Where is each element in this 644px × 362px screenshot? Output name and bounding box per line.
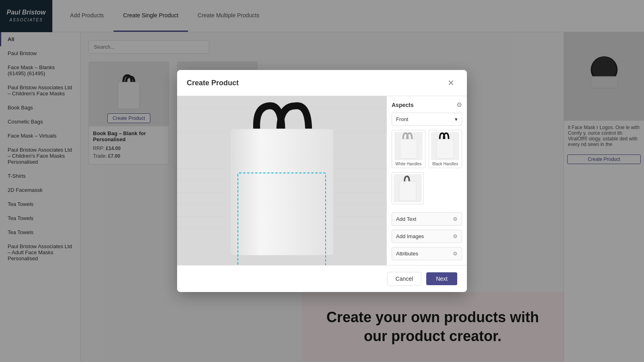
add-images-icon: ⚙ [453, 233, 458, 239]
next-button[interactable]: Next [426, 272, 457, 285]
thumb-white-label: White Handles [395, 162, 421, 166]
attributes-icon: ⚙ [453, 251, 458, 257]
cancel-button[interactable]: Cancel [387, 272, 422, 286]
svg-rect-9 [437, 139, 454, 158]
modal-body: Aspects ⚙ Front ▾ [177, 96, 467, 265]
svg-rect-8 [400, 139, 417, 158]
aspect-dropdown[interactable]: Front ▾ [392, 113, 462, 126]
modal-preview [177, 96, 386, 265]
thumb-black-img [431, 132, 459, 160]
modal-footer: Cancel Next [177, 265, 467, 292]
chevron-down-icon: ▾ [455, 116, 458, 122]
modal-title: Create Product [187, 79, 239, 87]
modal: Create Product ✕ [177, 70, 467, 292]
aspect-thumb-third[interactable] [392, 172, 424, 204]
svg-rect-10 [399, 181, 416, 201]
modal-aspects-panel: Aspects ⚙ Front ▾ [386, 96, 467, 265]
thumb-third-img [394, 174, 422, 202]
add-text-button[interactable]: Add Text ⚙ [392, 212, 462, 226]
aspect-thumb-white-handles[interactable]: White Handles [392, 130, 425, 168]
add-text-icon: ⚙ [453, 216, 458, 222]
aspect-thumb-black-handles[interactable]: Black Handles [429, 130, 462, 168]
attributes-button[interactable]: Attributes ⚙ [392, 247, 462, 260]
aspects-grid: White Handles Black Handles [392, 130, 462, 168]
modal-header: Create Product ✕ [177, 70, 467, 96]
aspects-gear-icon[interactable]: ⚙ [456, 101, 462, 109]
modal-close-button[interactable]: ✕ [444, 76, 457, 89]
thumb-white-img [394, 132, 423, 160]
add-images-button[interactable]: Add Images ⚙ [392, 230, 462, 243]
thumb-black-label: Black Handles [432, 162, 458, 166]
dashed-selection-box [237, 173, 326, 265]
aspects-header: Aspects ⚙ [392, 101, 462, 109]
modal-overlay: Create Product ✕ [0, 0, 644, 362]
aspects-title: Aspects [392, 102, 413, 108]
